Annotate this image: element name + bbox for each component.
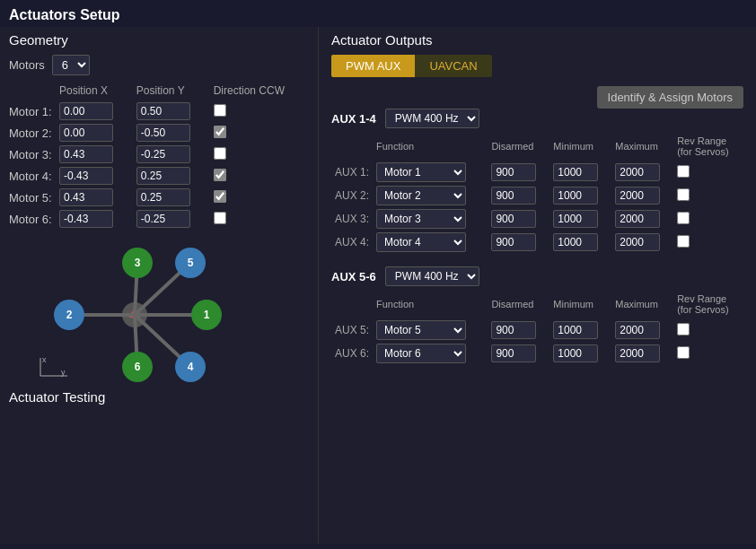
- aux-5-6-section: AUX 5-6 PWM 400 Hz Function Disarmed Min…: [331, 266, 743, 365]
- page-title: Actuators Setup: [0, 0, 756, 27]
- aux14-function-3[interactable]: Motor 3 Motor 1Motor 2Motor 3 Motor 4Mot…: [376, 209, 466, 229]
- aux56-function-1[interactable]: Motor 5 Motor 1Motor 2Motor 3 Motor 4Mot…: [376, 320, 466, 340]
- aux14-row-2: AUX 2: Motor 2 Motor 1Motor 2Motor 3 Mot…: [331, 184, 743, 207]
- aux56-min-2[interactable]: [553, 344, 598, 362]
- motor-posx-5[interactable]: [59, 188, 113, 206]
- aux14-function-1[interactable]: Motor 1 Motor 1Motor 2Motor 3 Motor 4Mot…: [376, 162, 466, 182]
- aux14-function-2[interactable]: Motor 2 Motor 1Motor 2Motor 3 Motor 4Mot…: [376, 186, 466, 205]
- motor-posx-6[interactable]: [59, 210, 113, 228]
- motor-posy-5[interactable]: [136, 188, 190, 206]
- aux14-col-min: Minimum: [549, 134, 611, 161]
- motor-posy-4[interactable]: [136, 167, 190, 185]
- aux14-min-1[interactable]: [553, 163, 598, 181]
- aux14-function-4[interactable]: Motor 4 Motor 1Motor 2Motor 3 Motor 4Mot…: [376, 232, 466, 252]
- aux-1-4-section: AUX 1-4 PWM 400 Hz Function Disarmed Min…: [331, 109, 743, 254]
- motor-posx-2[interactable]: [59, 124, 113, 142]
- aux14-row-3: AUX 3: Motor 3 Motor 1Motor 2Motor 3 Mot…: [331, 207, 743, 231]
- col-motor-label: [9, 83, 56, 100]
- motor-label-5: Motor 5:: [9, 187, 56, 208]
- left-panel: Geometry Motors 6 4 8 Position X Positio…: [0, 27, 319, 544]
- aux14-min-4[interactable]: [553, 233, 598, 251]
- right-panel: Actuator Outputs PWM AUX UAVCAN Identify…: [319, 27, 756, 544]
- aux56-col-min: Minimum: [549, 292, 611, 318]
- aux14-col-function: Function: [373, 134, 488, 161]
- aux14-label-3: AUX 3:: [331, 207, 373, 231]
- svg-text:y: y: [61, 368, 66, 377]
- aux14-disarmed-4[interactable]: [491, 233, 536, 251]
- motor-row-4: Motor 4:: [9, 165, 309, 187]
- aux14-col-max: Maximum: [611, 134, 673, 161]
- aux56-disarmed-1[interactable]: [491, 321, 536, 339]
- motor-posy-2[interactable]: [136, 124, 190, 142]
- aux14-label-4: AUX 4:: [331, 231, 373, 254]
- motor-posx-3[interactable]: [59, 145, 113, 163]
- aux56-disarmed-2[interactable]: [491, 344, 536, 362]
- col-pos-x: Position X: [56, 83, 133, 100]
- motor-ccw-6[interactable]: [214, 212, 226, 224]
- aux14-max-1[interactable]: [615, 163, 660, 181]
- motors-label: Motors: [9, 58, 45, 72]
- aux14-label-2: AUX 2:: [331, 184, 373, 207]
- aux56-col-rev: Rev Range(for Servos): [673, 292, 743, 318]
- motor-row-6: Motor 6:: [9, 208, 309, 230]
- motor-label-2: Motor 2:: [9, 122, 56, 144]
- motor-label-1: Motor 1:: [9, 100, 56, 122]
- motor-posx-4[interactable]: [59, 167, 113, 185]
- aux-14-label: AUX 1-4: [331, 112, 376, 126]
- motor-ccw-5[interactable]: [214, 190, 226, 203]
- aux56-min-1[interactable]: [553, 321, 598, 339]
- aux14-rev-2[interactable]: [677, 188, 690, 201]
- aux14-row-1: AUX 1: Motor 1 Motor 1Motor 2Motor 3 Mot…: [331, 161, 743, 184]
- aux56-label-2: AUX 6:: [331, 342, 373, 365]
- aux14-col-disarmed: Disarmed: [488, 134, 549, 161]
- motor-ccw-3[interactable]: [214, 147, 226, 160]
- motor-posx-1[interactable]: [59, 102, 113, 120]
- aux-56-freq-select[interactable]: PWM 400 Hz: [385, 266, 479, 286]
- outputs-title: Actuator Outputs: [331, 32, 743, 48]
- aux14-row-4: AUX 4: Motor 4 Motor 1Motor 2Motor 3 Mot…: [331, 231, 743, 254]
- aux14-max-2[interactable]: [615, 187, 660, 205]
- tab-uavcan[interactable]: UAVCAN: [415, 55, 491, 77]
- aux14-disarmed-2[interactable]: [491, 187, 536, 205]
- motor-ccw-1[interactable]: [214, 104, 226, 117]
- aux56-function-2[interactable]: Motor 6 Motor 1Motor 2Motor 3 Motor 4Mot…: [376, 344, 466, 363]
- aux56-col-max: Maximum: [611, 292, 673, 318]
- motor-node-3: 3: [122, 248, 153, 278]
- motor-ccw-4[interactable]: [214, 169, 226, 181]
- motor-row-1: Motor 1:: [9, 100, 309, 122]
- motor-ccw-2[interactable]: [214, 126, 226, 138]
- motor-posy-3[interactable]: [136, 145, 190, 163]
- aux14-min-2[interactable]: [553, 187, 598, 205]
- aux14-min-3[interactable]: [553, 210, 598, 228]
- aux14-rev-3[interactable]: [677, 212, 690, 224]
- aux14-max-3[interactable]: [615, 210, 660, 228]
- aux56-label-1: AUX 5:: [331, 318, 373, 342]
- tab-pwm-aux[interactable]: PWM AUX: [331, 55, 415, 77]
- identify-assign-btn[interactable]: Identify & Assign Motors: [597, 86, 743, 109]
- aux56-max-1[interactable]: [615, 321, 660, 339]
- aux14-max-4[interactable]: [615, 233, 660, 251]
- col-ccw: Direction CCW: [210, 83, 309, 100]
- motor-row-3: Motor 3:: [9, 144, 309, 165]
- aux14-label-1: AUX 1:: [331, 161, 373, 184]
- aux14-rev-4[interactable]: [677, 235, 690, 248]
- motors-count-select[interactable]: 6 4 8: [52, 55, 90, 75]
- motor-node-1: 1: [191, 300, 222, 330]
- aux56-rev-1[interactable]: [677, 323, 690, 336]
- aux56-col-disarmed: Disarmed: [488, 292, 549, 318]
- aux-14-freq-select[interactable]: PWM 400 Hz: [385, 109, 479, 128]
- aux56-rev-2[interactable]: [677, 346, 690, 359]
- actuator-testing-title: Actuator Testing: [9, 389, 309, 405]
- motor-node-2: 2: [54, 300, 84, 330]
- axis-label: x y: [36, 353, 72, 382]
- geometry-title: Geometry: [9, 32, 309, 48]
- aux56-col-function: Function: [373, 292, 488, 318]
- motor-posy-6[interactable]: [136, 210, 190, 228]
- aux56-max-2[interactable]: [615, 344, 660, 362]
- aux14-disarmed-1[interactable]: [491, 163, 536, 181]
- aux56-col-label: [331, 292, 373, 318]
- motor-node-6: 6: [122, 352, 153, 382]
- motor-posy-1[interactable]: [136, 102, 190, 120]
- aux14-rev-1[interactable]: [677, 165, 690, 178]
- aux14-disarmed-3[interactable]: [491, 210, 536, 228]
